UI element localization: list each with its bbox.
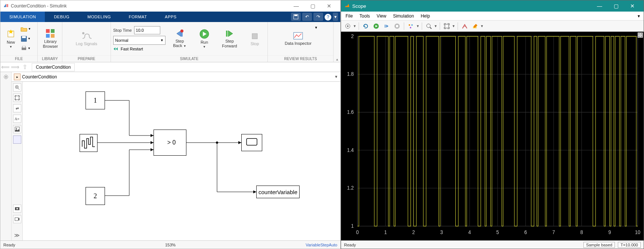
tab-debug[interactable]: DEBUG — [45, 12, 78, 22]
tab-apps[interactable]: APPS — [156, 12, 185, 22]
measurements-icon[interactable] — [460, 22, 469, 31]
minimize-button[interactable]: — — [591, 1, 608, 11]
run-icon[interactable] — [372, 22, 381, 31]
redo-icon[interactable]: ↷ — [313, 13, 323, 21]
svg-point-47 — [409, 24, 410, 26]
print-button[interactable]: ▼ — [21, 44, 31, 53]
svg-point-14 — [180, 29, 183, 32]
step-icon[interactable] — [382, 22, 391, 31]
log-signals-button[interactable]: Log Signals — [74, 24, 99, 54]
simulink-window: CounterCondition - Simulink — ▢ ✕ SIMULA… — [0, 0, 341, 249]
restart-icon[interactable] — [361, 22, 370, 31]
maximize-button[interactable]: ▢ — [608, 1, 624, 11]
nav-up-icon[interactable]: ⇧ — [20, 63, 30, 72]
new-button[interactable]: New ▼ — [3, 24, 19, 54]
menu-view[interactable]: View — [374, 13, 389, 19]
switch-threshold-label: > 0 — [167, 139, 176, 146]
scope-plot-area[interactable]: 01234567891011.21.41.61.82 ⛶ — [341, 32, 644, 240]
fit-tool-icon[interactable] — [13, 94, 21, 102]
step-back-button[interactable]: Step Back ▼ — [169, 24, 190, 54]
back-label: Step Back — [173, 39, 184, 48]
close-button[interactable]: ✕ — [624, 1, 641, 11]
fast-restart-button[interactable]: Fast Restart — [113, 46, 165, 52]
solver-label[interactable]: VariableStepAuto — [306, 243, 337, 247]
breadcrumb-tab[interactable]: CounterCondition — [32, 63, 75, 71]
goto-block[interactable]: counterVariable — [256, 186, 300, 198]
stop-button[interactable]: Stop — [244, 24, 265, 54]
run-button[interactable]: Run ▼ — [194, 24, 215, 54]
svg-rect-10 — [46, 34, 50, 38]
step-forward-button[interactable]: Step Forward — [219, 24, 241, 54]
switch-block[interactable]: > 0 — [154, 130, 186, 156]
stop-icon[interactable] — [393, 22, 402, 31]
svg-text:7: 7 — [552, 230, 555, 236]
undo-icon[interactable]: ↶ — [302, 13, 312, 21]
menu-tools[interactable]: Tools — [356, 13, 373, 19]
minimize-button[interactable]: — — [288, 1, 304, 11]
model-path-text[interactable]: CounterCondition — [22, 74, 57, 80]
area-tool-icon[interactable] — [13, 136, 21, 144]
help-dropdown-icon[interactable]: ▾ — [333, 13, 338, 21]
dropdown-icon[interactable]: ▼ — [434, 24, 437, 28]
record-icon[interactable] — [13, 215, 21, 223]
titlebar: CounterCondition - Simulink — ▢ ✕ — [0, 0, 340, 12]
library-icon — [46, 29, 55, 38]
random-source-block[interactable] — [80, 134, 97, 152]
block-canvas[interactable]: 1 2 > 0 counterVariable — [23, 82, 340, 240]
scope-titlebar: Scope — ▢ ✕ — [341, 0, 644, 12]
path-dropdown-icon[interactable]: ▼ — [334, 75, 338, 79]
statusbar-left: Ready 153% VariableStepAuto — [0, 240, 340, 249]
maximize-button[interactable]: ▢ — [304, 1, 321, 11]
menu-expand-icon[interactable]: ▾ — [635, 13, 642, 19]
dropdown-icon[interactable]: ▼ — [315, 26, 318, 29]
scope-block[interactable] — [241, 134, 262, 151]
library-browser-button[interactable]: Library Browser — [40, 24, 61, 54]
autoscale-icon[interactable] — [442, 22, 451, 31]
save-button[interactable]: ▼ — [21, 34, 31, 43]
annotation-tool-icon[interactable]: A≡ — [13, 115, 21, 123]
viewmark-icon[interactable] — [13, 205, 21, 213]
menu-simulation[interactable]: Simulation — [390, 13, 417, 19]
tab-simulation[interactable]: SIMULATION — [0, 12, 45, 22]
collapse-ribbon-icon[interactable]: ▴ — [334, 22, 340, 62]
highlight-icon[interactable] — [471, 22, 480, 31]
menu-help[interactable]: Help — [418, 13, 433, 19]
help-icon[interactable]: ? — [325, 14, 331, 21]
svg-rect-30 — [15, 218, 18, 221]
maximize-axes-icon[interactable]: ⛶ — [638, 32, 643, 38]
simulation-mode-select[interactable]: Normal ▼ — [113, 36, 165, 45]
sample-time-icon[interactable]: ⇄ — [13, 104, 21, 112]
tab-modeling[interactable]: MODELING — [78, 12, 120, 22]
image-tool-icon[interactable] — [13, 125, 21, 133]
step-forward-icon — [225, 29, 235, 38]
save-icon[interactable] — [291, 13, 301, 21]
configure-icon[interactable] — [343, 22, 352, 31]
dropdown-icon[interactable]: ▼ — [416, 24, 419, 28]
close-button[interactable]: ✕ — [321, 1, 337, 11]
dropdown-icon[interactable]: ▼ — [480, 24, 484, 28]
svg-text:5: 5 — [496, 230, 499, 236]
open-button[interactable]: ▼ — [21, 25, 31, 34]
step-back-icon — [174, 29, 185, 38]
zoom-level[interactable]: 153% — [165, 243, 176, 247]
stoptime-input[interactable] — [134, 26, 160, 34]
dropdown-icon[interactable]: ▼ — [452, 24, 455, 28]
menu-file[interactable]: File — [343, 13, 356, 19]
scope-plot: 01234567891011.21.41.61.82 — [356, 35, 639, 237]
data-inspector-button[interactable]: Data Inspector — [283, 24, 313, 54]
dropdown-icon[interactable]: ▼ — [353, 24, 356, 28]
triggers-icon[interactable] — [406, 22, 415, 31]
zoom-icon[interactable] — [424, 22, 433, 31]
nav-back-icon[interactable]: ⟸ — [0, 63, 10, 72]
nav-forward-icon[interactable]: ⟹ — [10, 63, 20, 72]
more-tools-icon[interactable]: ≫ — [14, 232, 20, 238]
tab-format[interactable]: FORMAT — [120, 12, 156, 22]
zoom-tool-icon[interactable] — [13, 83, 21, 91]
svg-point-42 — [347, 25, 349, 27]
constant-2-block[interactable]: 2 — [86, 187, 105, 205]
svg-text:3: 3 — [440, 230, 443, 236]
hide-explorer-icon[interactable] — [3, 72, 9, 82]
constant-1-block[interactable]: 1 — [86, 91, 105, 109]
svg-text:8: 8 — [580, 230, 583, 236]
group-file-label: FILE — [0, 55, 37, 62]
